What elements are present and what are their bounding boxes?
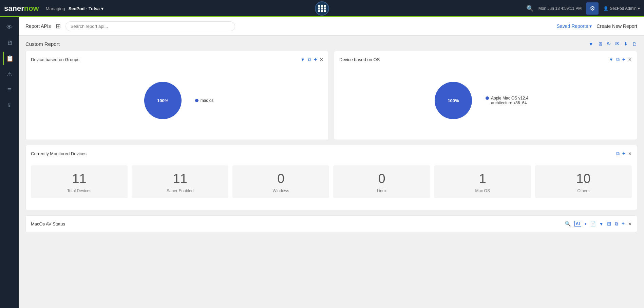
av-title: MacOs AV Status <box>31 221 65 227</box>
av-ai-icon[interactable]: AI <box>574 221 581 227</box>
sidebar-item-reports[interactable]: 📋 <box>3 52 16 65</box>
download-icon[interactable]: ⬇ <box>624 41 628 47</box>
stat-label: Saner Enabled <box>135 188 225 193</box>
stat-number: 0 <box>337 172 427 185</box>
create-report-label: Create New Report <box>596 23 637 29</box>
gear-icon <box>590 5 595 12</box>
share-icon: ⇪ <box>7 102 12 109</box>
av-search-icon[interactable]: 🔍 <box>565 221 571 227</box>
grid-view-button[interactable]: ⊞ <box>56 22 61 30</box>
stat-box: 1 Mac OS <box>434 165 531 198</box>
page-actions: ▼ 🖥 ↻ ✉ ⬇ 🗋 <box>588 41 637 47</box>
monitored-close-icon[interactable]: ✕ <box>628 151 632 156</box>
os-add-icon[interactable]: + <box>622 56 625 62</box>
stat-number: 1 <box>438 172 528 185</box>
stat-label: Windows <box>236 188 326 193</box>
app-grid-button[interactable] <box>315 1 329 16</box>
page-icon[interactable]: 🗋 <box>632 41 637 47</box>
top-nav: saner now Managing SecPod - Tulsa ▾ 🔍 Mo… <box>0 0 644 17</box>
monitored-devices-card: Currently Monitored Devices ⧉ + ✕ 11 Tot… <box>25 145 637 210</box>
monitored-expand-icon[interactable]: ⧉ <box>616 151 620 157</box>
stat-box: 11 Total Devices <box>31 165 128 198</box>
sidebar-item-integrations[interactable]: ⇪ <box>3 98 16 112</box>
stat-box: 11 Saner Enabled <box>132 165 228 198</box>
eye-icon: 👁 <box>6 24 13 31</box>
saved-reports-chevron-icon: ▾ <box>589 23 592 29</box>
user-icon: 👤 <box>603 6 608 11</box>
sidebar-item-alerts[interactable]: ⚠ <box>3 67 16 81</box>
chart-groups-actions: ▼ ⧉ + ✕ <box>301 56 323 62</box>
managing-label: Managing <box>46 6 65 11</box>
org-chevron-icon: ▾ <box>101 6 103 11</box>
desktop-icon[interactable]: 🖥 <box>598 41 603 47</box>
user-menu[interactable]: 👤 SecPod Admin ▾ <box>603 6 640 11</box>
chart-os-area: 100% Apple Mac OS v12.4 architecture x86… <box>339 67 632 134</box>
chart-os-actions: ▼ ⧉ + ✕ <box>609 56 632 62</box>
logo: saner now <box>4 4 39 13</box>
os-legend-label: Apple Mac OS v12.4 architecture x86_64 <box>491 96 540 105</box>
monitor-icon: 🖥 <box>6 39 13 47</box>
chart-card-groups: Device based on Groups ▼ ⧉ + ✕ <box>25 51 329 140</box>
groups-legend-item: mac os <box>195 98 214 103</box>
stat-number: 11 <box>34 172 124 185</box>
monitored-add-icon[interactable]: + <box>622 150 625 157</box>
logo-now: now <box>24 4 39 13</box>
stat-label: Mac OS <box>438 188 528 193</box>
stat-box: 10 Others <box>535 165 632 198</box>
os-legend-item: Apple Mac OS v12.4 architecture x86_64 <box>486 96 540 105</box>
groups-add-icon[interactable]: + <box>314 56 317 62</box>
org-selector[interactable]: SecPod - Tulsa ▾ <box>69 6 103 11</box>
custom-report-header: Custom Report ▼ 🖥 ↻ ✉ ⬇ 🗋 <box>25 41 637 47</box>
os-expand-icon[interactable]: ⧉ <box>616 57 620 62</box>
create-report-button[interactable]: Create New Report <box>596 23 637 29</box>
os-close-icon[interactable]: ✕ <box>628 57 632 62</box>
stat-label: Linux <box>337 188 427 193</box>
filter-icon[interactable]: ▼ <box>588 41 593 47</box>
av-columns-icon[interactable]: ⊞ <box>607 221 611 227</box>
av-filter-icon[interactable]: ▼ <box>599 221 604 227</box>
saved-reports-button[interactable]: Saved Reports ▾ <box>557 23 592 29</box>
chart-groups-header: Device based on Groups ▼ ⧉ + ✕ <box>31 56 323 62</box>
sidebar-item-logs[interactable]: ≡ <box>3 83 16 96</box>
groups-close-icon[interactable]: ✕ <box>320 57 323 62</box>
groups-legend-label: mac os <box>201 98 214 103</box>
monitored-header: Currently Monitored Devices ⧉ + ✕ <box>31 150 632 157</box>
stat-box: 0 Linux <box>333 165 430 198</box>
grid-dots-icon <box>318 5 326 12</box>
av-add-icon[interactable]: + <box>622 221 625 227</box>
av-doc-icon[interactable]: 📄 <box>590 221 596 227</box>
list-icon: ≡ <box>7 86 12 94</box>
sidebar: 👁 🖥 📋 ⚠ ≡ ⇪ <box>0 17 19 308</box>
chart-groups-area: 100% mac os <box>31 67 323 134</box>
av-expand-icon[interactable]: ⧉ <box>615 221 618 227</box>
stat-box: 0 Windows <box>232 165 329 198</box>
saved-reports-label: Saved Reports <box>557 23 588 29</box>
stat-label: Others <box>538 188 628 193</box>
stat-number: 0 <box>236 172 326 185</box>
sidebar-item-devices[interactable]: 🖥 <box>3 36 16 50</box>
main-content: Report APIs ⊞ Saved Reports ▾ Create New… <box>19 17 644 308</box>
monitored-title: Currently Monitored Devices <box>31 151 87 156</box>
chart-groups-title: Device based on Groups <box>31 57 79 62</box>
green-bar <box>0 16 644 17</box>
groups-filter-icon[interactable]: ▼ <box>301 57 305 62</box>
os-filter-icon[interactable]: ▼ <box>609 57 613 62</box>
email-icon[interactable]: ✉ <box>615 41 620 47</box>
sidebar-item-overview[interactable]: 👁 <box>3 20 16 34</box>
av-ai-chevron-icon[interactable]: ▾ <box>585 222 587 226</box>
org-name: SecPod - Tulsa <box>69 6 100 11</box>
datetime-display: Mon Jun 13 4:59:11 PM <box>538 6 582 11</box>
groups-pie-wrapper: 100% mac os <box>141 78 214 123</box>
groups-expand-icon[interactable]: ⧉ <box>308 57 311 62</box>
chart-os-title: Device based on OS <box>339 57 380 62</box>
os-pie-label: 100% <box>448 98 459 103</box>
user-name: SecPod Admin <box>610 6 637 11</box>
search-input[interactable] <box>65 21 235 31</box>
report-icon: 📋 <box>6 55 14 62</box>
search-icon[interactable]: 🔍 <box>526 5 534 12</box>
os-legend-dot <box>486 96 489 100</box>
settings-button[interactable] <box>586 2 599 15</box>
logo-saner: saner <box>4 4 24 13</box>
refresh-icon[interactable]: ↻ <box>607 41 611 47</box>
av-close-icon[interactable]: ✕ <box>628 221 632 227</box>
